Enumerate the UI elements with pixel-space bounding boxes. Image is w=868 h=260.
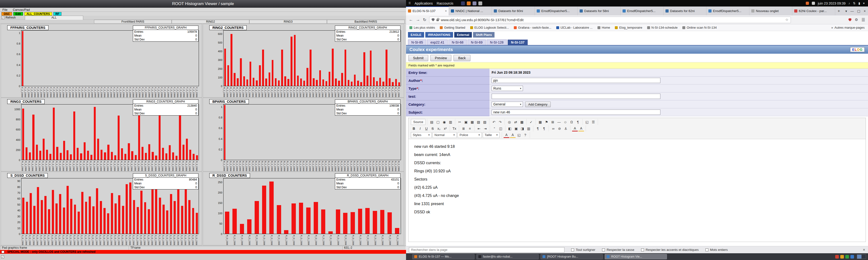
undo-icon[interactable]: ↶ xyxy=(491,119,497,125)
page-break-icon[interactable]: ¶ xyxy=(575,119,581,125)
maximize-icon[interactable]: ▢ xyxy=(857,9,860,13)
checkbox-icon[interactable] xyxy=(571,249,574,251)
select-all-icon[interactable]: ▩ xyxy=(519,119,525,125)
ffparis-counters-pad[interactable]: 10.80.60.40.20F_2_23060_1F_2_23060_2F_2_… xyxy=(1,24,202,97)
workspace-1[interactable] xyxy=(857,255,862,259)
flag-icon[interactable]: ⚑ xyxy=(544,119,550,125)
subject-input[interactable] xyxy=(492,110,660,115)
elog-logo[interactable]: ELOG xyxy=(850,47,865,52)
logbook-tab-n-si-128[interactable]: N-SI-128 xyxy=(487,39,507,45)
bg-color-icon[interactable]: A xyxy=(510,132,516,138)
stats-box[interactable]: RING2_COUNTERS_GRAPHEntries213812Mean0St… xyxy=(335,26,401,42)
gear-icon[interactable]: ⚙ xyxy=(855,17,858,22)
grid-icon[interactable]: ⠿ xyxy=(408,1,411,5)
remove-format-icon[interactable]: Tx xyxy=(452,125,457,132)
logbook-tab-n-si-69[interactable]: N-SI-69 xyxy=(467,39,486,45)
category-select[interactable]: General▾ xyxy=(492,102,523,107)
logbook-tab-n-si-68[interactable]: N-SI-68 xyxy=(448,39,467,45)
editor-dropdown-normal[interactable]: Normal▾ xyxy=(433,132,457,138)
subscript-icon[interactable]: x₂ xyxy=(436,125,442,132)
bparis-counters-pad[interactable]: 10.80.60.40.20B_2_23060_1B_2_23060_2B_2_… xyxy=(203,98,404,171)
url-text[interactable]: www.old.slcj.uw.edu.pl:8090/N-SI-137/61?… xyxy=(441,18,523,22)
list-tabs-icon[interactable]: ▾ xyxy=(845,9,847,13)
save-icon[interactable]: ▤ xyxy=(429,119,435,125)
other-bookmarks[interactable]: »Autres marque-pages xyxy=(831,26,865,29)
minimize-icon[interactable]: — xyxy=(850,9,854,13)
tab-all[interactable]: ALL xyxy=(25,16,83,20)
osc-button[interactable]: OSC xyxy=(1,12,12,16)
reload-icon[interactable]: ↻ xyxy=(423,17,426,23)
submit-button[interactable]: Submit xyxy=(408,55,428,61)
bookmark-item[interactable]: IJCLab - Laboratoire ... xyxy=(556,26,593,29)
sound-icon[interactable]: ♪ xyxy=(848,1,850,5)
preview-button[interactable]: Preview xyxy=(430,55,452,61)
stats-box[interactable]: R_DSSD_COUNTERS_GRAPHEntries43101Mean0St… xyxy=(335,173,401,189)
task-window-button[interactable]: ROOT Histogram Vie... xyxy=(605,254,667,259)
div-container-icon[interactable]: ◫ xyxy=(498,125,504,132)
indent-icon[interactable]: ⇥ xyxy=(482,125,488,132)
close-icon[interactable]: × xyxy=(864,9,866,13)
bookmark-item[interactable]: ELOG Logbook Selecti... xyxy=(470,26,509,29)
type-select[interactable]: Runs▾ xyxy=(492,86,523,91)
author-input[interactable] xyxy=(492,78,660,83)
rf-button[interactable]: RF xyxy=(53,12,61,16)
edit-button[interactable]: Edit xyxy=(13,12,23,16)
find-option-tout-surligner[interactable]: Tout surligner xyxy=(571,248,595,252)
back-icon[interactable]: ← xyxy=(409,17,413,22)
panel-app-icon[interactable] xyxy=(472,1,476,5)
stats-box[interactable]: RING3_COUNTERS_GRAPHEntries213840Mean0St… xyxy=(133,100,198,116)
task-window-button[interactable]: ELOG N-SI-137 — Mo... xyxy=(412,254,474,259)
browser-tab[interactable]: 62Ni Coulex - par... xyxy=(792,6,835,15)
replace-icon[interactable]: ⇄ xyxy=(513,119,519,125)
new-page-icon[interactable]: ▢ xyxy=(435,119,441,125)
link-icon[interactable]: ∞ xyxy=(550,125,556,132)
panel-app-icon[interactable] xyxy=(467,1,471,5)
print-icon[interactable]: ▥ xyxy=(447,119,454,125)
copy-icon[interactable]: ▣ xyxy=(463,119,469,125)
browser-tab[interactable]: Datasets for 62ni xyxy=(663,6,707,15)
bookmark-item[interactable]: Online scan N-SI-134 xyxy=(682,26,717,29)
horizontal-rule-icon[interactable]: ― xyxy=(556,119,562,125)
adblock-extension-icon[interactable] xyxy=(848,18,851,22)
editor-dropdown-styles[interactable]: Styles▾ xyxy=(411,132,432,138)
refresh-checkbox[interactable]: ✓ xyxy=(1,16,4,19)
panel-app-icon[interactable] xyxy=(461,1,465,5)
tab-ring2[interactable]: RING2 xyxy=(172,20,249,24)
checkbox-icon[interactable] xyxy=(602,249,605,251)
elog-group-eagle[interactable]: EAGLE xyxy=(408,32,424,38)
browser-tab[interactable]: Datasets for 58ni xyxy=(578,6,621,15)
numbered-list-icon[interactable]: ≣ xyxy=(461,125,467,132)
find-icon[interactable]: ◎ xyxy=(506,119,513,125)
elog-group-irradiations[interactable]: IRRADIATIONS xyxy=(425,32,453,38)
menu-canvas-pad[interactable]: Canvas/Pad xyxy=(13,8,30,11)
align-right-icon[interactable]: ◨ xyxy=(519,125,525,132)
workspace-switcher[interactable] xyxy=(857,255,866,259)
panel-menu-raccourcis[interactable]: Raccourcis xyxy=(437,1,453,5)
r-dssd-counters-pad[interactable]: 250200150100500R_D_23060_1R_D_23060_2R_D… xyxy=(203,172,404,245)
editor-dropdown-taille[interactable]: Taille▾ xyxy=(483,132,500,138)
task-window-button[interactable]: faster@ls-alto-nubal... xyxy=(476,254,539,259)
smiley-icon[interactable]: ☺ xyxy=(562,119,568,125)
align-center-icon[interactable]: ▣ xyxy=(513,125,519,132)
root-canvas[interactable]: 10.80.60.40.20F_2_23060_1F_2_23060_2F_2_… xyxy=(0,24,406,246)
chevron-down-icon[interactable]: ▾ xyxy=(863,1,865,5)
option-checkbox[interactable]: ✓ xyxy=(1,255,4,258)
checkbox-icon[interactable] xyxy=(706,249,708,251)
text-color-icon[interactable]: A xyxy=(503,132,509,138)
special-char-icon[interactable]: Ω xyxy=(568,119,575,125)
bookmark-item[interactable]: N-SI-134-schedule xyxy=(647,26,678,29)
browser-tab[interactable]: Datasets for 60ni xyxy=(492,6,535,15)
elog-group-external[interactable]: External xyxy=(454,32,472,38)
find-input[interactable] xyxy=(409,247,564,253)
align-justify-icon[interactable]: ▥ xyxy=(526,125,532,132)
redo-icon[interactable]: ↷ xyxy=(497,119,503,125)
show-blocks-icon[interactable]: ☰ xyxy=(590,119,596,125)
superscript-icon[interactable]: x² xyxy=(442,125,448,132)
s-dssd-counters-pad[interactable]: 9080706050403020100S_D_23060_1S_D_23060_… xyxy=(1,172,202,245)
workspace-2[interactable] xyxy=(862,255,866,259)
all-counters-button[interactable]: ALL_COUNTERS xyxy=(24,12,52,16)
tab-backward-paris[interactable]: BackWard PARIS xyxy=(327,20,405,24)
preview-icon[interactable]: ◉ xyxy=(441,119,447,125)
browser-tab[interactable]: EnsdfDispatcher5... xyxy=(621,6,663,15)
browser-tab[interactable]: EnsdfDispatcher5... xyxy=(535,6,578,15)
